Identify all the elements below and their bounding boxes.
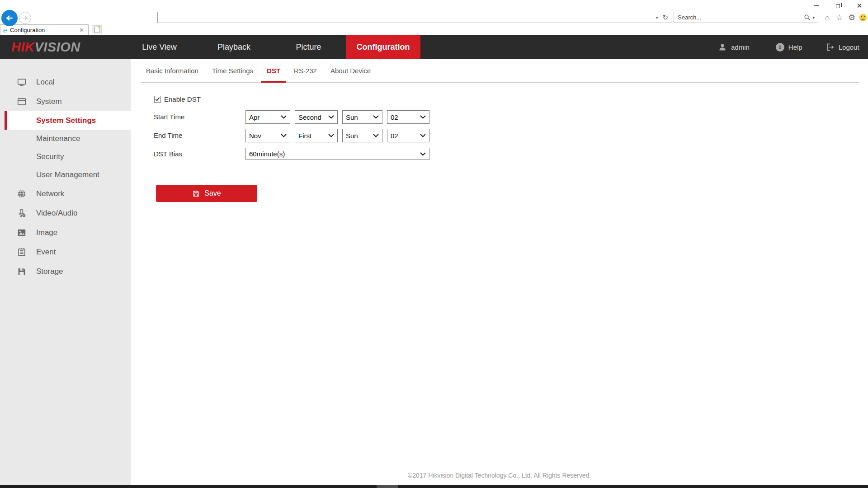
end-month-select[interactable]: Nov [245, 129, 290, 142]
end-week-select[interactable]: First [295, 129, 338, 142]
globe-icon [17, 189, 27, 199]
back-arrow-icon [5, 14, 14, 23]
start-day-select[interactable]: Sun [342, 110, 382, 124]
end-day-select[interactable]: Sun [342, 129, 382, 142]
sidebar-item-video-audio[interactable]: Video/Audio [0, 203, 131, 223]
user-area: admin i Help Logout [718, 35, 859, 59]
start-hour-select[interactable]: 02 [387, 110, 429, 124]
monitor-icon [17, 77, 27, 87]
sidebar-item-user-management[interactable]: User Management [0, 166, 131, 184]
search-input[interactable] [674, 14, 804, 21]
browser-nav-row: ▾ ↻ ▾ ⌂ ☆ ⚙ [0, 10, 868, 24]
start-month-select[interactable]: Apr [245, 110, 290, 124]
restore-icon [836, 4, 840, 8]
start-time-label: Start Time [154, 110, 245, 124]
close-icon: ✕ [857, 2, 863, 9]
user-person-icon [718, 42, 727, 52]
forward-arrow-icon [22, 14, 29, 22]
ie-logo-icon: ℮ [3, 26, 7, 34]
logo-vision: VISION [34, 40, 80, 55]
window-minimize-button[interactable] [811, 1, 821, 10]
bottom-bar [0, 485, 868, 488]
sidebar-item-image[interactable]: Image [0, 223, 131, 242]
chevron-down-icon [420, 115, 426, 119]
main-content: Basic Information Time Settings DST RS-2… [131, 59, 868, 485]
config-tabs: Basic Information Time Settings DST RS-2… [141, 59, 859, 83]
sidebar-item-system[interactable]: System [0, 92, 131, 111]
chevron-down-icon [328, 134, 334, 137]
chevron-down-icon [373, 115, 379, 119]
tab-time-settings[interactable]: Time Settings [212, 59, 253, 83]
refresh-icon[interactable]: ↻ [662, 14, 668, 22]
nav-live-view[interactable]: Live View [122, 35, 197, 59]
browser-tab-row: ℮ Configuration ✕ ✦ [0, 24, 868, 35]
window-close-button[interactable]: ✕ [854, 1, 864, 10]
dst-bias-label: DST Bias [154, 148, 245, 160]
copyright-footer: ©2017 Hikvision Digital Technology Co., … [131, 472, 868, 479]
chevron-down-icon [420, 152, 426, 156]
help-info-icon: i [776, 43, 784, 52]
sidebar-item-storage[interactable]: Storage [0, 262, 131, 281]
settings-gear-icon[interactable]: ⚙ [847, 13, 856, 22]
nav-playback[interactable]: Playback [197, 35, 271, 59]
site-header: HIKVISION Live View Playback Picture Con… [0, 35, 868, 59]
enable-dst-label: Enable DST [164, 95, 201, 103]
chevron-down-icon [281, 134, 287, 137]
enable-dst-checkbox[interactable] [154, 96, 161, 103]
new-tab-button[interactable]: ✦ [92, 25, 102, 34]
dst-bias-row: DST Bias 60minute(s) [154, 148, 429, 160]
end-time-row: End Time Nov First Sun 02 [154, 129, 429, 142]
home-icon[interactable]: ⌂ [823, 13, 832, 22]
logo-hik: HIK [11, 40, 34, 55]
address-bar[interactable]: ▾ ↻ [157, 12, 672, 23]
tab-basic-information[interactable]: Basic Information [146, 59, 198, 83]
user-name-label[interactable]: admin [731, 43, 750, 51]
sidebar-item-maintenance[interactable]: Maintenance [0, 130, 131, 148]
end-hour-select[interactable]: 02 [387, 129, 429, 142]
save-floppy-icon [192, 190, 200, 197]
back-button[interactable] [1, 10, 18, 26]
search-box[interactable]: ▾ [674, 12, 818, 23]
save-button[interactable]: Save [156, 185, 257, 202]
address-input[interactable] [158, 14, 656, 21]
sidebar-item-local[interactable]: Local [0, 72, 131, 92]
window-restore-button[interactable] [833, 1, 843, 10]
nav-configuration[interactable]: Configuration [346, 35, 420, 59]
picture-icon [17, 228, 27, 238]
chevron-down-icon [420, 134, 426, 137]
sidebar-item-event[interactable]: Event [0, 242, 131, 262]
dst-bias-select[interactable]: 60minute(s) [245, 148, 429, 160]
browser-titlebar: ✕ [0, 0, 868, 10]
checkmark-icon [155, 97, 160, 102]
notepad-icon [17, 247, 27, 257]
nav-picture[interactable]: Picture [271, 35, 346, 59]
tab-close-button[interactable]: ✕ [78, 27, 85, 33]
feedback-smiley-icon[interactable] [859, 14, 867, 21]
logout-button[interactable]: Logout [839, 43, 859, 51]
system-window-icon [17, 97, 27, 107]
minimize-icon [814, 5, 819, 6]
start-time-row: Start Time Apr Second Sun 02 [154, 110, 429, 124]
tab-title: Configuration [10, 27, 78, 33]
sidebar: Local System System Settings Maintenance… [0, 59, 131, 485]
tab-dst[interactable]: DST [267, 59, 280, 83]
chevron-down-icon [281, 115, 287, 119]
sidebar-item-system-settings[interactable]: System Settings [5, 111, 131, 130]
floppy-icon [17, 267, 27, 277]
search-dropdown-icon[interactable]: ▾ [812, 15, 815, 20]
favorites-star-icon[interactable]: ☆ [835, 13, 844, 22]
browser-tab[interactable]: ℮ Configuration ✕ [0, 24, 89, 35]
sidebar-item-security[interactable]: Security [0, 148, 131, 166]
enable-dst-row: Enable DST [154, 95, 201, 103]
help-button[interactable]: Help [788, 43, 802, 51]
forward-button[interactable] [19, 12, 31, 24]
tab-about-device[interactable]: About Device [330, 59, 371, 83]
tab-rs232[interactable]: RS-232 [294, 59, 317, 83]
chevron-down-icon [328, 115, 334, 119]
search-icon[interactable] [804, 14, 811, 21]
chevron-down-icon [373, 134, 379, 137]
address-dropdown-icon[interactable]: ▾ [656, 15, 658, 20]
sidebar-item-network[interactable]: Network [0, 184, 131, 203]
start-week-select[interactable]: Second [295, 110, 338, 124]
main-nav: Live View Playback Picture Configuration [122, 35, 420, 59]
